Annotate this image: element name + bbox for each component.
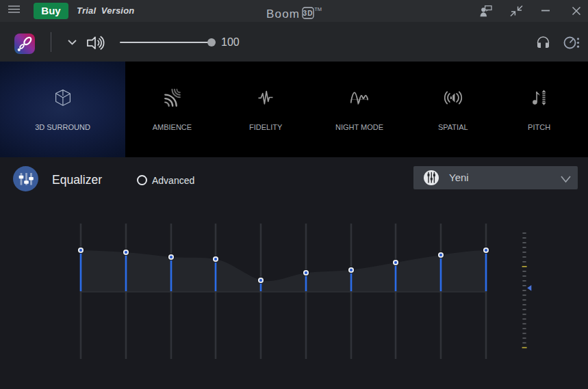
svg-text:3D: 3D [303, 10, 314, 17]
